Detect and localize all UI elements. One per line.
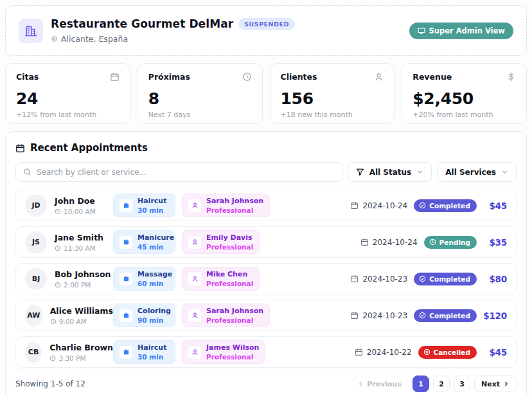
appointment-price: $35: [483, 237, 507, 248]
pager: Previous 123 Next: [350, 375, 517, 392]
search-box: [15, 162, 342, 182]
stat-card: Revenue $2,450 +20% from last month: [402, 63, 527, 124]
professional-role: Professional: [206, 353, 259, 361]
status-badge: Pending: [424, 236, 477, 249]
stat-value: 24: [16, 89, 120, 108]
appointment-time: 3:30 PM: [49, 354, 113, 362]
dashboard-page: Restaurante Gourmet DelMar SUSPENDED Ali…: [0, 0, 532, 398]
stat-label: Clientes: [281, 72, 317, 82]
client-name: John Doe: [55, 196, 96, 206]
appointment-row[interactable]: AW Alice Williams 9:00 AM Coloring: [15, 300, 517, 331]
calendar-icon: [350, 275, 359, 283]
professional-role: Professional: [206, 243, 253, 251]
appointment-date: 2024-10-24: [350, 201, 407, 210]
person-icon: [188, 309, 201, 322]
appointment-time: 2:00 PM: [55, 281, 111, 289]
clock-icon: [50, 318, 57, 325]
clock-icon: [49, 355, 56, 361]
appointment-row[interactable]: CB Charlie Brown 3:30 PM Haircut: [15, 336, 517, 368]
recent-appointments-card: Recent Appointments All Status All Servi…: [5, 131, 527, 398]
professional-name: Mike Chen: [206, 270, 253, 278]
appointment-row[interactable]: BJ Bob Johnson 2:00 PM Massage: [15, 263, 517, 294]
business-name: Restaurante Gourmet DelMar: [51, 17, 233, 30]
professional-name: Sarah Johnson: [206, 197, 263, 205]
search-icon: [23, 168, 31, 176]
professional-role: Professional: [206, 316, 263, 324]
professional-role: Professional: [206, 206, 263, 214]
professional-name: Sarah Johnson: [206, 307, 263, 315]
clock-icon: [55, 282, 61, 288]
briefcase-icon: [120, 236, 132, 249]
check-circle-icon: [419, 275, 426, 282]
clock-icon: [242, 72, 252, 82]
chevron-down-icon: [501, 168, 508, 176]
status-filter-button[interactable]: All Status: [348, 162, 432, 182]
page-button-1[interactable]: 1: [412, 375, 429, 392]
service-name: Manicure: [137, 233, 174, 242]
service-duration: 30 min: [137, 206, 166, 214]
professional-role: Professional: [206, 280, 253, 287]
appointment-time: 10:00 AM: [55, 208, 96, 215]
user-icon: [374, 72, 384, 82]
appointments-list: JD John Doe 10:00 AM Haircut: [15, 190, 517, 368]
page-button-3[interactable]: 3: [454, 375, 470, 392]
appointment-date: 2024-10-23: [350, 275, 407, 284]
appointment-row[interactable]: JD John Doe 10:00 AM Haircut: [15, 190, 517, 221]
chevron-left-icon: [357, 381, 364, 387]
showing-text: Showing 1-5 of 12: [15, 379, 85, 388]
chevron-down-icon: [416, 168, 423, 176]
previous-button[interactable]: Previous: [350, 375, 409, 392]
service-duration: 60 min: [137, 280, 172, 287]
status-badge: Cancelled: [418, 346, 477, 359]
professional-name: Emily Davis: [206, 233, 253, 242]
stat-label: Revenue: [412, 72, 452, 82]
client-name: Alice Williams: [50, 306, 113, 316]
person-icon: [188, 273, 201, 285]
status-badge: Completed: [414, 273, 477, 285]
professional-name: James Wilson: [206, 343, 259, 352]
stat-label: Próximas: [148, 72, 190, 82]
calendar-icon: [355, 348, 363, 356]
appointment-row[interactable]: JS Jane Smith 11:30 AM Manicure: [15, 226, 517, 258]
avatar: JS: [25, 231, 47, 253]
appointment-price: $45: [483, 347, 507, 357]
building-icon: [19, 19, 43, 43]
next-button[interactable]: Next: [474, 375, 517, 392]
section-title: Recent Appointments: [30, 142, 148, 154]
pagination-footer: Showing 1-5 of 12 Previous 123 Next: [15, 368, 517, 392]
service-filter-select[interactable]: All Services: [437, 162, 517, 182]
avatar: AW: [25, 305, 42, 327]
stat-card: Clientes 156 +18 new this month: [270, 63, 395, 124]
appointment-time: 9:00 AM: [50, 318, 113, 325]
service-duration: 90 min: [137, 316, 171, 324]
client-name: Charlie Brown: [49, 343, 113, 352]
briefcase-icon: [120, 346, 132, 359]
stat-label: Citas: [16, 72, 39, 82]
professional-chip: Sarah Johnson Professional: [182, 303, 270, 327]
service-name: Coloring: [137, 307, 171, 315]
calendar-icon: [15, 143, 25, 153]
stat-subtitle: +20% from last month: [412, 111, 516, 119]
search-input[interactable]: [37, 168, 335, 177]
briefcase-icon: [120, 309, 132, 322]
calendar-icon: [350, 311, 359, 320]
professional-chip: Emily Davis Professional: [182, 230, 260, 254]
dollar-icon: [506, 72, 516, 82]
page-button-2[interactable]: 2: [433, 375, 450, 392]
service-duration: 45 min: [137, 243, 174, 251]
check-circle-icon: [419, 312, 426, 319]
clock-icon: [55, 208, 61, 215]
avatar: CB: [25, 341, 42, 363]
professional-chip: Mike Chen Professional: [182, 267, 260, 291]
super-admin-view-badge[interactable]: Super Admin View: [409, 23, 514, 39]
map-pin-icon: [51, 35, 58, 42]
status-badge: Completed: [414, 309, 477, 322]
avatar: JD: [25, 195, 47, 217]
service-name: Massage: [137, 270, 172, 278]
avatar: BJ: [25, 268, 47, 290]
professional-chip: Sarah Johnson Professional: [182, 194, 270, 217]
monitor-icon: [418, 27, 425, 35]
service-chip: Coloring 90 min: [113, 303, 175, 327]
stat-subtitle: +12% from last month: [16, 111, 120, 119]
appointment-price: $120: [483, 311, 507, 321]
